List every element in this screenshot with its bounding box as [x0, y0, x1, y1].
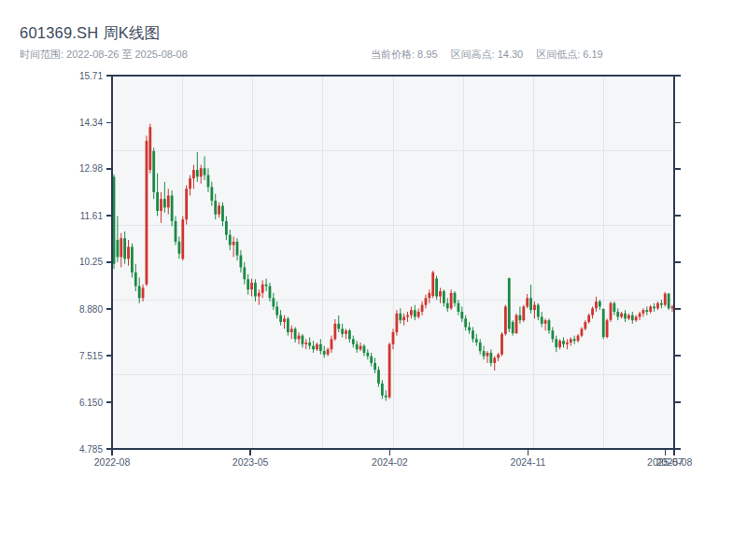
- candle-body: [189, 178, 191, 189]
- candle-body: [221, 205, 224, 220]
- candle-body: [464, 318, 467, 327]
- candle-body: [606, 320, 609, 337]
- candle-body: [331, 339, 333, 349]
- candle-body: [196, 170, 199, 176]
- candle-body: [483, 351, 486, 356]
- candle-body: [395, 314, 398, 332]
- candle-body: [167, 196, 170, 208]
- candle-body: [620, 314, 623, 317]
- candle-body: [294, 329, 297, 339]
- candle-body: [363, 346, 366, 353]
- candle-body: [214, 201, 217, 215]
- candle-body: [388, 344, 391, 398]
- candle-body: [664, 294, 667, 305]
- candle-body: [450, 293, 453, 308]
- candle-body: [240, 256, 243, 268]
- candle-body: [323, 351, 326, 355]
- candle-body: [341, 329, 344, 333]
- y-tick-label: 8.880: [79, 304, 103, 315]
- candle-body: [163, 199, 166, 207]
- candle-body: [497, 355, 500, 358]
- candle-body: [570, 339, 572, 343]
- candle-body: [319, 344, 322, 351]
- x-tick-label: 2025-08: [656, 456, 693, 468]
- candle-body: [207, 175, 210, 188]
- candle-body: [392, 332, 395, 344]
- candle-body: [225, 221, 228, 235]
- candle-body: [660, 303, 663, 305]
- candle-body: [587, 315, 590, 322]
- candle-body: [204, 168, 206, 175]
- candle-body: [584, 322, 586, 329]
- candle-body: [127, 246, 130, 259]
- candle-body: [243, 267, 246, 279]
- candle-body: [468, 327, 471, 330]
- candle-body: [529, 298, 532, 310]
- candle-body: [177, 242, 180, 254]
- candle-body: [551, 330, 554, 339]
- candle-body: [399, 314, 402, 320]
- candle-body: [500, 334, 503, 355]
- candle-body: [435, 278, 438, 296]
- candle-body: [142, 287, 145, 298]
- candle-body: [512, 322, 514, 333]
- candle-body: [649, 307, 652, 312]
- candle-body: [359, 346, 362, 350]
- candle-body: [439, 291, 442, 296]
- y-tick-label: 7.515: [79, 351, 103, 361]
- candle-body: [269, 287, 272, 299]
- candle-body: [417, 312, 420, 316]
- candle-body: [522, 307, 525, 321]
- candle-body: [671, 307, 674, 309]
- candle-body: [302, 336, 304, 344]
- candle-body: [236, 242, 239, 256]
- candle-body: [457, 303, 459, 312]
- candle-body: [229, 235, 232, 245]
- candle-body: [431, 273, 434, 296]
- candle-body: [113, 176, 116, 263]
- candle-body: [290, 329, 293, 332]
- y-tick-label: 11.61: [80, 211, 104, 221]
- candle-body: [377, 370, 380, 384]
- candle-body: [402, 316, 405, 320]
- candle-body: [316, 344, 318, 349]
- y-tick-label: 4.785: [79, 444, 103, 455]
- candle-body: [279, 315, 282, 322]
- candle-body: [591, 308, 594, 315]
- candle-body: [555, 339, 557, 347]
- y-tick-label: 6.150: [79, 398, 103, 408]
- candle-body: [602, 309, 605, 337]
- candle-body: [148, 127, 151, 170]
- x-tick-label: 2023-05: [233, 456, 269, 468]
- x-tick-label: 2024-02: [372, 456, 408, 468]
- candle-body: [508, 278, 511, 329]
- candle-body: [475, 339, 478, 343]
- candle-body: [366, 353, 369, 357]
- candle-body: [275, 307, 278, 315]
- candle-body: [573, 339, 576, 341]
- candle-body: [333, 324, 336, 339]
- candle-body: [537, 305, 540, 317]
- candle-body: [566, 343, 569, 344]
- candle-body: [519, 315, 522, 320]
- candle-body: [410, 310, 413, 315]
- candle-body: [156, 192, 159, 211]
- y-tick-label: 14.34: [79, 118, 103, 128]
- candle-body: [345, 330, 347, 334]
- candle-body: [489, 353, 492, 363]
- candle-body: [446, 303, 449, 308]
- candle-body: [120, 238, 122, 257]
- y-tick-label: 15.71: [79, 71, 103, 81]
- candle-body: [428, 293, 430, 298]
- candle-body: [610, 303, 613, 320]
- candle-body: [642, 310, 645, 314]
- candle-body: [272, 298, 275, 306]
- candle-body: [577, 336, 580, 341]
- candle-body: [460, 312, 463, 318]
- candle-body: [515, 315, 518, 333]
- y-tick-label: 10.25: [79, 257, 103, 267]
- candle-body: [304, 343, 307, 344]
- candle-body: [668, 294, 670, 309]
- candle-body: [595, 301, 598, 308]
- candle-body: [414, 310, 416, 316]
